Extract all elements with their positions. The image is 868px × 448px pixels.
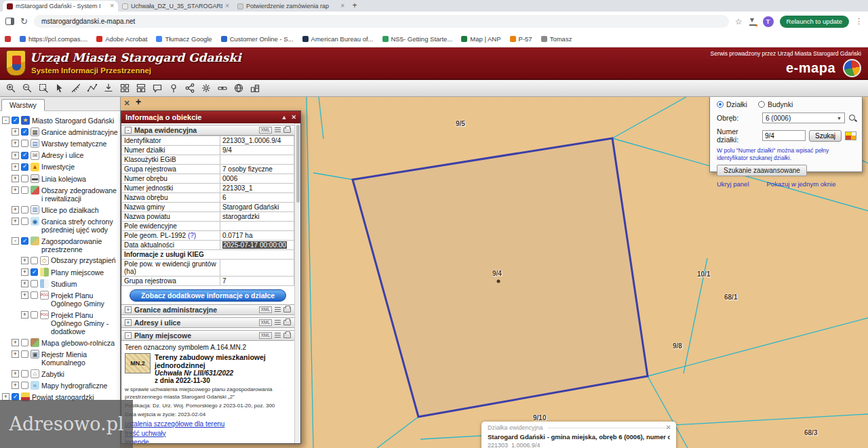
help-link[interactable]: (?) [188, 232, 196, 239]
browser-menu-icon[interactable]: ⋮ [855, 17, 863, 26]
xml-icon[interactable]: XML [259, 319, 272, 326]
list-icon[interactable] [275, 127, 281, 133]
section-toggle-icon[interactable]: + [125, 319, 132, 326]
info-panel-scrollbar[interactable] [294, 123, 300, 443]
panel-link[interactable]: Pokazuj w jednym oknie [767, 180, 836, 188]
bookmark-item[interactable]: Adobe Acrobat [96, 35, 147, 43]
zoom-out-icon[interactable] [21, 82, 33, 94]
advanced-search-button[interactable]: Szukanie zaawansowane [717, 165, 807, 176]
section-plany-miejscowe[interactable]: - Plany miejscowe XML [121, 330, 294, 341]
tab-close-icon[interactable]: × [110, 3, 114, 9]
expand-toggle[interactable]: + [12, 186, 19, 194]
downloads-icon[interactable] [749, 18, 757, 26]
section-toggle-icon[interactable]: - [125, 127, 132, 134]
list-icon[interactable] [275, 333, 281, 338]
section-granice-administracyjne[interactable]: + Granice administracyjne XML [121, 304, 294, 315]
panel-close-icon[interactable]: ✕ [122, 99, 132, 108]
tab-close-icon[interactable]: × [340, 3, 344, 9]
panel-add-icon[interactable]: + [134, 98, 143, 107]
layer-checkbox[interactable] [21, 163, 28, 171]
layer-checkbox[interactable] [21, 370, 28, 378]
bookmark-item[interactable]: American Bureau of... [302, 35, 374, 43]
side-panel-icon[interactable] [5, 18, 14, 25]
radio-icon[interactable] [717, 101, 724, 108]
print-icon[interactable] [283, 333, 291, 338]
layer-checkbox[interactable] [31, 291, 38, 299]
layer-checkbox[interactable] [12, 117, 19, 124]
layer-checkbox[interactable] [31, 268, 38, 276]
layer-checkbox[interactable] [21, 186, 28, 194]
bookmark-item[interactable]: P-57 [510, 35, 532, 43]
panel-link[interactable]: Ukryj panel [717, 180, 749, 188]
radio-icon[interactable] [758, 101, 765, 108]
expand-toggle[interactable]: + [12, 152, 19, 159]
layer-checkbox[interactable] [21, 152, 28, 159]
layer-checkbox[interactable] [21, 128, 28, 136]
section-toggle-icon[interactable]: - [125, 332, 132, 339]
radio-działki[interactable]: Działki [717, 100, 747, 108]
new-tab-button[interactable]: + [349, 1, 361, 12]
pointer-icon[interactable] [54, 82, 66, 94]
browser-tab[interactable]: mStarogard Gdański - System I× [3, 1, 118, 12]
xml-icon[interactable]: XML [259, 306, 272, 313]
buildings-icon[interactable] [249, 82, 261, 94]
expand-toggle[interactable]: + [12, 339, 19, 346]
expand-toggle[interactable]: + [21, 257, 28, 264]
bookmark-item[interactable]: Customer Online - S... [221, 35, 294, 43]
parcel-details-button[interactable]: Zobacz dodatkowe informacje o działce [130, 289, 286, 302]
bookmark-star-icon[interactable]: ☆ [735, 17, 743, 26]
expand-toggle[interactable]: + [12, 140, 19, 147]
layer-checkbox[interactable] [21, 350, 28, 358]
radio-budynki[interactable]: Budynki [758, 100, 793, 108]
expand-toggle[interactable]: + [12, 163, 19, 171]
share-icon[interactable] [184, 82, 196, 94]
marker-icon[interactable] [167, 82, 180, 94]
bookmark-item[interactable]: https://pcl.compas.... [20, 35, 87, 43]
refresh-icon[interactable]: ↻ [20, 16, 28, 26]
plan-link[interactable]: legendę [125, 439, 291, 443]
layer-checkbox[interactable] [31, 257, 38, 264]
layer-checkbox[interactable] [21, 218, 28, 225]
layer-checkbox[interactable] [21, 206, 28, 213]
section-toggle-icon[interactable]: + [125, 306, 132, 313]
xml-icon[interactable]: XML [259, 127, 272, 134]
print-icon[interactable] [283, 320, 291, 325]
zoom-in-icon[interactable] [5, 82, 17, 94]
bookmark-item[interactable]: Tomasz [541, 35, 572, 43]
section-adresy-i-ulice[interactable]: + Adresy i ulice XML [121, 317, 294, 328]
expand-toggle[interactable]: + [21, 311, 28, 319]
measure-icon[interactable] [70, 82, 82, 94]
popup-close-icon[interactable]: ✕ [666, 424, 671, 431]
search-icon[interactable] [848, 114, 857, 123]
browser-tab[interactable]: Uchwała_DZ_U_35_STAROGARD× [118, 1, 233, 12]
url-field[interactable]: mstarogardgdanski.e-mapa.net [34, 15, 729, 28]
layer-checkbox[interactable] [21, 140, 28, 147]
plan-link[interactable]: ustalenia szczegółowe dla terenu [125, 420, 291, 428]
obreb-select[interactable]: 6 (0006) ▼ [762, 113, 845, 123]
download-icon[interactable] [102, 82, 115, 94]
bookmark-item[interactable]: Tłumacz Google [156, 35, 212, 43]
profile-avatar[interactable]: T [763, 16, 774, 27]
bookmark-item[interactable]: Map | ANP [461, 35, 500, 43]
tab-warstwy[interactable]: Warstwy [1, 99, 45, 111]
level-icon[interactable] [216, 82, 229, 94]
plan-link[interactable]: treść uchwały [125, 430, 291, 437]
layer-checkbox[interactable] [21, 339, 28, 346]
expand-toggle[interactable]: + [12, 350, 19, 358]
close-icon[interactable]: ✕ [291, 114, 296, 121]
bookmark-item[interactable]: NS5- Getting Starte... [382, 35, 453, 43]
print-icon[interactable] [283, 127, 291, 133]
scrollbar-thumb[interactable] [296, 125, 300, 203]
relaunch-update-button[interactable]: Relaunch to update [780, 16, 849, 28]
collapse-icon[interactable]: ▲ [281, 114, 288, 121]
expand-toggle[interactable]: + [12, 382, 19, 389]
layer-checkbox[interactable] [31, 280, 38, 287]
layer-checkbox[interactable] [31, 311, 38, 319]
list-icon[interactable] [275, 320, 281, 325]
expand-toggle[interactable]: + [12, 370, 19, 378]
list-icon[interactable] [275, 307, 281, 312]
expand-toggle[interactable]: - [12, 237, 19, 245]
legend-icon[interactable] [845, 131, 856, 140]
expand-toggle[interactable]: + [12, 206, 19, 213]
settings-icon[interactable] [200, 82, 212, 94]
